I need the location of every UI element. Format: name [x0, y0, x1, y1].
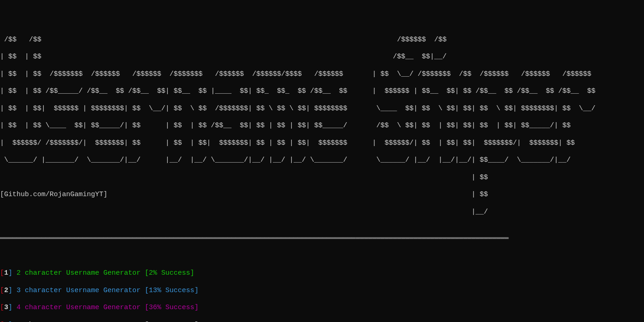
menu-item-3[interactable]: [3] 4 character Username Generator [36% …: [0, 304, 644, 312]
menu: [1] 2 character Username Generator [2% S…: [0, 257, 644, 322]
banner-line: | $$$$$$/ /$$$$$$$/| $$$$$$$| $$ | $$ | …: [0, 139, 575, 147]
banner-line: [Github.com/RojanGamingYT] | $$: [0, 191, 488, 198]
menu-label: 2 character Username Generator [2% Succe…: [17, 269, 194, 277]
banner-line: | $$ | $$| $$$$$$ | $$$$$$$$| $$ \__/| $…: [0, 105, 595, 113]
terminal-output: /$$ /$$ /$$$$$$ /$$ | $$ | $$: [0, 0, 644, 322]
bracket-open-icon: [: [0, 287, 4, 294]
banner-line: | $$ | $$ /$$$$$$$ /$$$$$$ /$$$$$$ /$$$$…: [0, 70, 591, 78]
banner-line: | $$ | $$ \____ $$| $$_____/| $$ | $$ | …: [0, 122, 571, 130]
banner-line: | $$: [0, 174, 488, 181]
banner-line: /$$ /$$ /$$$$$$ /$$: [0, 36, 446, 44]
menu-item-2[interactable]: [2] 3 character Username Generator [13% …: [0, 287, 644, 295]
banner-line: | $$ | $$ /$$__ $$|__/: [0, 53, 446, 61]
bracket-close-icon: ]: [8, 304, 12, 311]
bracket-close-icon: ]: [8, 287, 12, 294]
menu-label: 3 character Username Generator [13% Succ…: [17, 287, 198, 294]
menu-number: 1: [4, 269, 8, 277]
divider-top: ════════════════════════════════════════…: [0, 234, 644, 243]
menu-item-1[interactable]: [1] 2 character Username Generator [2% S…: [0, 269, 644, 278]
menu-number: 3: [4, 304, 8, 311]
banner-line: \______/ |_______/ \_______/|__/ |__/ |_…: [0, 156, 571, 164]
menu-label: 4 character Username Generator [36% Succ…: [17, 304, 198, 311]
banner-line: |__/: [0, 208, 488, 216]
menu-number: 2: [4, 287, 8, 294]
ascii-banner: /$$ /$$ /$$$$$$ /$$ | $$ | $$: [0, 14, 644, 220]
bracket-close-icon: ]: [8, 269, 12, 277]
bracket-open-icon: [: [0, 269, 4, 277]
banner-line: | $$ | $$ /$$_____/ /$$__ $$ /$$__ $$| $…: [0, 87, 595, 95]
bracket-open-icon: [: [0, 304, 4, 311]
